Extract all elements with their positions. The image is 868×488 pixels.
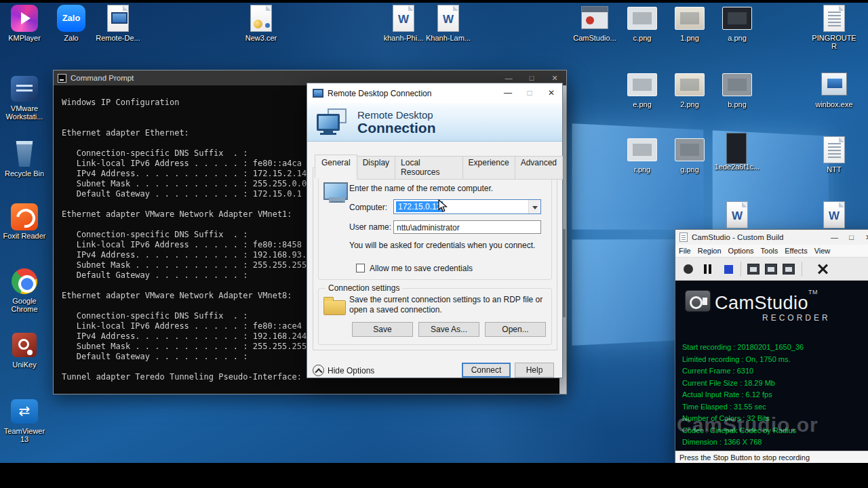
- save-as-button[interactable]: Save As...: [418, 322, 479, 337]
- desktop-icon-label: VMware Workstati...: [1, 104, 48, 121]
- desktop-icon-khanh-phi[interactable]: khanh-Phi...: [380, 4, 427, 42]
- desktop-icon-new3-cer[interactable]: New3.cer: [237, 4, 285, 42]
- desktop-icon-e-png[interactable]: e.png: [618, 70, 666, 108]
- export-icon[interactable]: [783, 264, 795, 274]
- desktop-icon-ntt[interactable]: NTT: [810, 136, 858, 174]
- camstudio-maximize-button[interactable]: □: [843, 230, 860, 245]
- menu-effects[interactable]: Effects: [781, 247, 810, 255]
- desktop-icon-label: 1.png: [666, 34, 713, 42]
- desktop-icon-1-png[interactable]: 1.png: [666, 4, 713, 42]
- desktop-icon-google-chrome[interactable]: Google Chrome: [1, 267, 48, 313]
- desktop-icon-vmware[interactable]: VMware Workstati...: [1, 75, 48, 121]
- desktop-icon-r-png[interactable]: r.png: [618, 136, 666, 174]
- desktop-icon-label: khanh-Phi...: [380, 34, 427, 42]
- rdc-minimize-button[interactable]: —: [497, 83, 519, 103]
- username-value: nttu\administrator: [397, 223, 460, 232]
- camstudio-status-bar: Press the Stop Button to stop recording: [675, 451, 868, 464]
- connect-button[interactable]: Connect: [462, 363, 511, 378]
- desktop-icon-remote-de[interactable]: Remote-De...: [94, 4, 142, 42]
- camstudio-stat: Time Elasped : 31.55 sec: [682, 401, 804, 413]
- hide-options-button[interactable]: [313, 365, 324, 376]
- desktop-icon-2-png[interactable]: 2.png: [666, 70, 713, 108]
- desktop-icon-a-png[interactable]: a.png: [713, 4, 761, 42]
- desktop-icon-khanh-lam[interactable]: Khanh-Lam...: [425, 4, 472, 42]
- username-field[interactable]: nttu\administrator: [393, 220, 541, 234]
- desktop-icon-kmplayer[interactable]: KMPlayer: [1, 4, 48, 42]
- desktop-icon-camstudio[interactable]: CamStudio...: [571, 4, 618, 42]
- desktop-icon-label: Remote-De...: [94, 34, 142, 42]
- rdc-maximize-button[interactable]: □: [519, 83, 540, 103]
- desktop-icon-zalo[interactable]: Zalo Zalo: [47, 4, 95, 42]
- menu-tools[interactable]: Tools: [757, 247, 782, 255]
- desktop-icon-winbox[interactable]: winbox.exe: [810, 70, 858, 108]
- desktop-icon-label: New3.cer: [237, 34, 285, 42]
- camstudio-logo-name: CamStudioTM: [715, 289, 818, 314]
- mouse-cursor: [438, 199, 448, 216]
- save-button[interactable]: Save: [352, 322, 413, 337]
- record-button[interactable]: [684, 264, 693, 274]
- desktop-icon-doc-partial[interactable]: [713, 201, 761, 229]
- tab-advanced[interactable]: Advanced: [515, 156, 563, 180]
- computer-label: Computer:: [349, 203, 387, 212]
- menu-region[interactable]: Region: [694, 247, 725, 255]
- rdc-header-line2: Connection: [357, 121, 436, 135]
- stop-button[interactable]: [724, 265, 733, 274]
- desktop-icon-recycle-bin[interactable]: Recycle Bin: [1, 140, 48, 178]
- desktop-icon-label: b.png: [713, 100, 761, 108]
- tab-display[interactable]: Display: [357, 156, 395, 180]
- desktop-icon-pingrouter[interactable]: PINGROUTER: [810, 4, 858, 50]
- desktop-icon-label: c.png: [618, 34, 666, 42]
- tab-local-resources[interactable]: Local Resources: [395, 156, 463, 180]
- help-button[interactable]: Help: [515, 363, 554, 378]
- screen: KMPlayer VMware Workstati... Recycle Bin…: [0, 0, 868, 488]
- camstudio-logo-subtitle: RECORDER: [762, 313, 831, 323]
- camstudio-stat: Current Frame : 6310: [682, 365, 804, 378]
- annotation-icon[interactable]: [765, 264, 777, 274]
- cmd-title: Command Prompt: [71, 74, 134, 82]
- desktop-icon-g-png[interactable]: g.png: [666, 136, 713, 174]
- menu-view[interactable]: View: [811, 247, 834, 255]
- computer-combobox[interactable]: 172.15.0.12: [393, 199, 541, 214]
- menu-file[interactable]: File: [675, 247, 694, 255]
- desktop-icon-b-png[interactable]: b.png: [713, 70, 761, 108]
- image-thumbnail-icon: [627, 70, 657, 99]
- autopan-icon[interactable]: [816, 263, 829, 275]
- camstudio-app-icon: [580, 4, 610, 33]
- camstudio-titlebar[interactable]: CamStudio - Custom Build — □ ✕: [675, 230, 868, 245]
- rdc-close-button[interactable]: ✕: [540, 83, 562, 103]
- camstudio-window-icon: [679, 232, 688, 242]
- camstudio-logo-icon: [685, 290, 711, 312]
- tab-general[interactable]: General: [315, 155, 357, 178]
- save-credentials-label: Allow me to save credentials: [370, 264, 473, 273]
- hide-options-label[interactable]: Hide Options: [328, 366, 374, 375]
- connection-settings-label: Connection settings: [326, 283, 402, 293]
- desktop-icon-1ede[interactable]: 1ede2a6f1c...: [713, 133, 761, 171]
- unikey-icon: [9, 331, 39, 359]
- camstudio-content: CamStudioTM RECORDER Start recording : 2…: [675, 281, 868, 451]
- desktop-icon-label: r.png: [618, 165, 666, 174]
- chevron-down-icon[interactable]: [528, 200, 540, 214]
- cmd-icon: [58, 74, 66, 83]
- rdc-tab-strip: General Display Local Resources Experien…: [315, 155, 562, 178]
- desktop-icon-foxit-reader[interactable]: Foxit Reader: [1, 202, 48, 240]
- desktop-icon-doc-partial[interactable]: [810, 201, 858, 229]
- camstudio-stat: Codec : Cinepak Codec by Radius: [682, 425, 804, 437]
- desktop-icon-label: Recycle Bin: [1, 169, 48, 178]
- desktop-icon-unikey[interactable]: UniKey: [1, 331, 48, 369]
- desktop-icon-label: NTT: [810, 165, 858, 174]
- tab-experience[interactable]: Experience: [462, 156, 515, 180]
- camstudio-close-button[interactable]: ✕: [860, 230, 868, 245]
- open-button[interactable]: Open...: [485, 322, 546, 337]
- save-credentials-checkbox[interactable]: [356, 264, 365, 272]
- text-doc-icon: [819, 136, 849, 164]
- desktop-icon-c-png[interactable]: c.png: [618, 4, 666, 42]
- rdc-titlebar[interactable]: Remote Desktop Connection — □ ✕: [307, 83, 562, 103]
- camstudio-menubar: File Region Options Tools Effects View: [675, 245, 868, 258]
- pause-button[interactable]: [704, 264, 707, 274]
- movie-icon[interactable]: [747, 264, 760, 274]
- menu-options[interactable]: Options: [725, 247, 757, 255]
- desktop-icon-teamviewer[interactable]: TeamViewer 13: [1, 397, 48, 443]
- camstudio-minimize-button[interactable]: —: [826, 230, 843, 245]
- rdp-file-icon: [103, 4, 133, 33]
- camstudio-stat: Current File Size : 18.29 Mb: [682, 378, 804, 390]
